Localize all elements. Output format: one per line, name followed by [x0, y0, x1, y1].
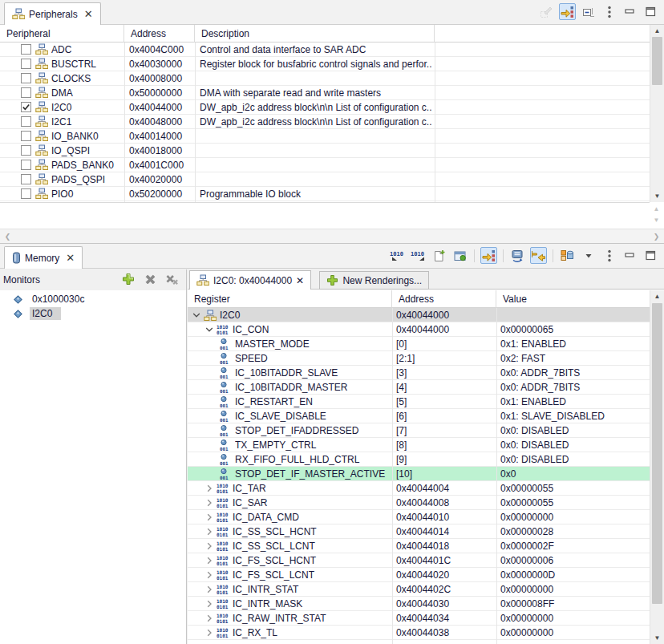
switch-memory-monitor-icon[interactable]	[509, 247, 526, 264]
peripheral-checkbox[interactable]	[21, 44, 31, 55]
scroll-left-icon[interactable]: ❮	[2, 229, 14, 243]
expand-toggle-icon[interactable]	[205, 600, 213, 608]
table-row[interactable]: 001RX_FIFO_FULL_HLD_CTRL[9]0x0: DISABLED	[188, 452, 650, 467]
expand-toggle-icon[interactable]	[205, 542, 213, 550]
collapse-all-icon[interactable]	[580, 3, 597, 20]
peripheral-checkbox-checked[interactable]	[21, 102, 31, 112]
view-menu-icon[interactable]	[601, 3, 617, 20]
layout-icon[interactable]	[559, 247, 576, 264]
monitor-item[interactable]: 0x1000030c	[0, 292, 186, 306]
column-header-value[interactable]: Value	[496, 290, 650, 308]
table-row[interactable]: CLOCKS0x40008000	[0, 71, 650, 86]
table-row[interactable]: 001STOP_DET_IFADDRESSED[7]0x0: DISABLED	[188, 423, 650, 438]
table-row[interactable]: PADS_QSPI0x40020000	[0, 172, 650, 187]
table-row[interactable]: 10100101IC_DATA_CMD0x400440100x00000000	[188, 510, 650, 525]
table-row[interactable]: 001IC_10BITADDR_SLAVE[3]0x0: ADDR_7BITS	[188, 366, 650, 380]
expand-toggle-icon[interactable]	[205, 484, 213, 492]
peripheral-checkbox[interactable]	[21, 73, 31, 83]
maximize-icon[interactable]	[642, 247, 659, 264]
table-row[interactable]: 001IC_RESTART_EN[5]0x1: ENABLED	[188, 395, 650, 409]
scroll-down-icon[interactable]: ▼	[650, 214, 663, 226]
maximize-icon[interactable]	[642, 3, 659, 20]
add-monitor-icon[interactable]	[120, 271, 136, 287]
table-row[interactable]: PADS_BANK00x4001C000	[0, 158, 650, 172]
table-row[interactable]: 10100101IC_SAR0x400440080x00000055	[188, 496, 650, 510]
expand-toggle-icon[interactable]	[205, 499, 213, 507]
table-row[interactable]: 001STOP_DET_IF_MASTER_ACTIVE[10]0x0	[188, 467, 650, 481]
new-memory-view-icon[interactable]	[431, 247, 447, 264]
column-header-address[interactable]: Address	[392, 290, 496, 308]
remove-monitor-icon[interactable]	[142, 271, 158, 287]
scroll-thumb[interactable]	[652, 303, 662, 604]
expand-toggle-icon[interactable]	[205, 571, 213, 579]
pin-context-icon[interactable]	[538, 3, 555, 20]
peripheral-checkbox[interactable]	[21, 188, 31, 199]
scroll-right-icon[interactable]: ❯	[650, 229, 662, 243]
table-row[interactable]: 10100101IC_FS_SCL_LCNT0x400440200x000000…	[188, 568, 650, 582]
peripheral-checkbox[interactable]	[21, 116, 31, 127]
expand-toggle-icon[interactable]	[205, 629, 213, 637]
expand-toggle-icon[interactable]	[192, 311, 200, 319]
table-row[interactable]: DMA0x50000000DMA with separate read and …	[0, 86, 650, 100]
peripheral-checkbox[interactable]	[21, 131, 31, 141]
table-row[interactable]: I2C00x40044000DW_apb_i2c address block\n…	[0, 100, 650, 115]
scroll-up-icon[interactable]: ▲	[650, 203, 663, 215]
monitor-item[interactable]: I2C0	[0, 306, 186, 321]
peripherals-vertical-scrollbar[interactable]: ▲ ▼	[650, 25, 664, 202]
table-row[interactable]: ADC0x4004C000Control and data interface …	[0, 43, 650, 57]
peripheral-checkbox[interactable]	[21, 160, 31, 170]
close-icon[interactable]: ✕	[296, 275, 304, 286]
dropdown-arrow-icon[interactable]	[580, 247, 597, 264]
table-row[interactable]: I2C10x40048000DW_apb_i2c address block\n…	[0, 115, 650, 129]
peripheral-checkbox[interactable]	[21, 145, 31, 156]
table-row[interactable]: IO_BANK00x40014000	[0, 129, 650, 144]
column-header-register[interactable]: Register	[188, 290, 392, 308]
expand-toggle-icon[interactable]	[205, 326, 213, 334]
table-row[interactable]: 10100101IC_RAW_INTR_STAT0x400440340x0000…	[188, 611, 650, 626]
table-row[interactable]: 10100101IC_SS_SCL_LCNT0x400440180x000000…	[188, 539, 650, 553]
close-icon[interactable]: ✕	[84, 9, 93, 19]
peripheral-checkbox[interactable]	[21, 87, 31, 98]
peripheral-checkbox[interactable]	[21, 174, 31, 184]
table-row[interactable]: 10100101IC_FS_SCL_HCNT0x4004401C0x000000…	[188, 553, 650, 568]
scroll-down-icon[interactable]: ▼	[650, 190, 664, 202]
table-row[interactable]: 10100101IC_INTR_STAT0x4004402C0x00000000	[188, 582, 650, 597]
table-row[interactable]: 10100101IC_SS_SCL_HCNT0x400440140x000000…	[188, 525, 650, 539]
table-row[interactable]: BUSCTRL0x40030000Register block for busf…	[0, 57, 650, 71]
expand-toggle-icon[interactable]	[205, 528, 213, 536]
tab-peripherals[interactable]: Peripherals ✕	[4, 2, 101, 25]
remove-rendering-icon[interactable]: 1010	[410, 247, 427, 264]
pin-memory-monitor-icon[interactable]	[451, 247, 468, 264]
link-with-debug-icon[interactable]	[559, 3, 576, 20]
remove-all-monitors-icon[interactable]	[164, 271, 180, 287]
toggle-split-pane-icon[interactable]	[530, 247, 547, 264]
table-row[interactable]: I2C00x40044000	[188, 308, 650, 322]
close-icon[interactable]: ✕	[66, 253, 75, 263]
table-row[interactable]: 001SPEED[2:1]0x2: FAST	[188, 351, 650, 366]
column-header-description[interactable]: Description	[195, 25, 435, 43]
rendering-tab[interactable]: New Renderings...	[319, 271, 429, 290]
tab-memory[interactable]: Memory ✕	[4, 246, 83, 269]
scroll-up-icon[interactable]: ▲	[650, 25, 664, 37]
column-header-address[interactable]: Address	[124, 25, 195, 43]
table-row[interactable]: PIO00x50200000Programmable IO block	[0, 187, 650, 201]
scroll-thumb[interactable]	[652, 37, 662, 85]
table-row[interactable]: 001TX_EMPTY_CTRL[8]0x0: DISABLED	[188, 438, 650, 452]
table-row[interactable]: 10100101IC_TAR0x400440040x00000055	[188, 481, 650, 496]
peripherals-horizontal-scrollbar[interactable]: ❮ ❯	[0, 229, 664, 243]
table-row[interactable]: 001MASTER_MODE[0]0x1: ENABLED	[188, 337, 650, 351]
expand-toggle-icon[interactable]	[205, 513, 213, 521]
table-row[interactable]: 10100101IC_RX_TL0x400440380x00000000	[188, 626, 650, 640]
rendering-tab[interactable]: I2C0: 0x40044000✕	[189, 270, 311, 290]
table-row[interactable]: IO_QSPI0x40018000	[0, 144, 650, 158]
scroll-down-icon[interactable]: ▼	[650, 632, 664, 644]
table-row[interactable]: 10100101IC_INTR_MASK0x400440300x000008FF	[188, 597, 650, 611]
registers-vertical-scrollbar[interactable]: ▲ ▼	[650, 290, 664, 644]
view-menu-icon[interactable]	[601, 247, 617, 264]
table-row[interactable]: 001IC_10BITADDR_MASTER[4]0x0: ADDR_7BITS	[188, 380, 650, 395]
new-rendering-icon[interactable]: 1010	[389, 247, 406, 264]
peripheral-checkbox[interactable]	[21, 59, 31, 69]
column-header-peripheral[interactable]: Peripheral	[0, 25, 124, 43]
expand-toggle-icon[interactable]	[205, 585, 213, 593]
link-with-debug-icon[interactable]	[480, 247, 497, 264]
